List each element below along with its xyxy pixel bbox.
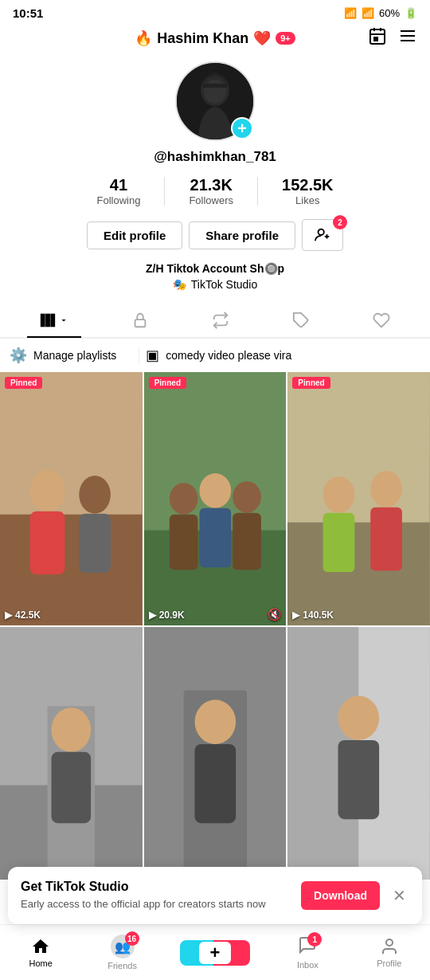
profile-label: Profile [377, 958, 401, 968]
signal-icon: 📶 [362, 7, 374, 19]
download-button[interactable]: Download [301, 881, 380, 910]
edit-profile-button[interactable]: Edit profile [87, 221, 182, 249]
action-row: Edit profile Share profile 2 [87, 219, 343, 251]
svg-rect-39 [371, 508, 403, 570]
playlist-row: ⚙️ Manage playlists ▣ comedy video pleas… [0, 339, 430, 372]
svg-rect-18 [135, 319, 145, 327]
banner-text: Get TikTok Studio Early access to the of… [21, 880, 291, 911]
studio-banner: Get TikTok Studio Early access to the of… [8, 867, 422, 924]
username-nav: Hashim Khan [157, 30, 248, 47]
manage-playlists-btn[interactable]: ⚙️ Manage playlists [10, 347, 132, 364]
svg-rect-16 [46, 315, 49, 327]
video-cell-1[interactable]: Pinned ▶ 42.5K [0, 372, 143, 625]
playlist-divider [139, 347, 139, 364]
stats-row: 41 Following 21.3K Followers 152.5K Like… [72, 176, 357, 206]
profile-nav-title: 🔥 Hashim Khan ❤️ 9+ [135, 29, 295, 47]
svg-rect-31 [199, 508, 231, 567]
pinned-badge-1: Pinned [5, 377, 42, 389]
svg-point-55 [386, 939, 393, 946]
manage-playlists-label: Manage playlists [33, 349, 116, 362]
tab-repost[interactable] [199, 304, 242, 337]
svg-point-48 [194, 700, 236, 744]
avatar-container: + [175, 61, 255, 141]
status-bar: 10:51 📶 📶 60% 🔋 [0, 0, 430, 23]
friends-avatar-wrap: 👥 16 [111, 935, 135, 958]
followers-label: Followers [189, 194, 233, 206]
svg-point-28 [169, 483, 197, 515]
tab-tagged[interactable] [280, 304, 322, 337]
nav-inbox[interactable]: 1 Inbox [283, 935, 331, 970]
svg-point-32 [233, 481, 261, 513]
svg-point-24 [79, 476, 111, 514]
studio-icon: 🎭 [173, 278, 186, 291]
svg-rect-25 [79, 514, 111, 573]
top-nav-icons [368, 26, 417, 50]
play-icon-2: ▶ [149, 610, 156, 621]
notification-badge[interactable]: 9+ [276, 32, 295, 45]
nav-friends[interactable]: 👥 16 Friends [99, 935, 147, 970]
video-cell-3[interactable]: Pinned ▶ 140.5K [287, 372, 430, 625]
stat-likes[interactable]: 152.5K Likes [258, 176, 358, 206]
follow-badge: 2 [333, 215, 347, 229]
bottom-nav: Home 👥 16 Friends + 1 Inbox [0, 924, 430, 980]
svg-rect-29 [169, 515, 197, 570]
svg-rect-17 [51, 315, 54, 327]
svg-point-36 [323, 476, 355, 513]
svg-rect-37 [323, 513, 355, 572]
svg-point-43 [52, 708, 92, 752]
following-value: 41 [110, 176, 127, 194]
svg-point-10 [204, 80, 226, 104]
inbox-badge: 1 [307, 932, 322, 947]
following-label: Following [96, 194, 140, 206]
playlist-video-icon: ▣ [146, 347, 159, 364]
fire-emoji: 🔥 [135, 29, 152, 47]
comedy-playlist-btn[interactable]: ▣ comedy video please vira [146, 347, 307, 364]
svg-rect-44 [52, 751, 92, 822]
video-cell-4[interactable] [0, 627, 143, 880]
svg-point-22 [30, 470, 65, 512]
wifi-icon: 📶 [344, 7, 357, 19]
video-grid: Pinned ▶ 42.5K Pinned ▶ 20.9K 🔇 [0, 372, 430, 880]
share-profile-button[interactable]: Share profile [189, 221, 295, 249]
nav-profile[interactable]: Profile [366, 937, 413, 968]
likes-label: Likes [295, 194, 319, 206]
menu-icon[interactable] [398, 26, 417, 50]
followers-value: 21.3K [190, 176, 233, 194]
banner-title: Get TikTok Studio [21, 880, 291, 894]
home-label: Home [29, 958, 53, 968]
tab-videos[interactable] [27, 304, 81, 338]
svg-point-53 [338, 696, 380, 740]
view-count-3: ▶ 140.5K [292, 610, 334, 621]
nav-create[interactable]: + [180, 940, 250, 966]
friends-badge: 16 [125, 931, 139, 946]
manage-playlists-icon: ⚙️ [10, 347, 27, 364]
svg-rect-23 [30, 512, 65, 574]
pinned-badge-2: Pinned [149, 377, 186, 389]
comedy-playlist-label: comedy video please vira [166, 349, 291, 362]
stat-followers[interactable]: 21.3K Followers [165, 176, 257, 206]
mute-icon-2: 🔇 [268, 608, 281, 621]
play-icon-3: ▶ [292, 610, 299, 621]
view-count-1: ▶ 42.5K [5, 610, 41, 621]
tab-liked[interactable] [360, 304, 403, 337]
video-cell-5[interactable] [144, 627, 287, 880]
video-cell-2[interactable]: Pinned ▶ 20.9K 🔇 [144, 372, 287, 625]
svg-point-12 [319, 229, 324, 235]
video-cell-6[interactable] [287, 627, 430, 880]
svg-rect-15 [41, 315, 44, 327]
banner-close-button[interactable]: ✕ [389, 883, 409, 908]
calendar-icon[interactable] [368, 26, 387, 50]
nav-home[interactable]: Home [17, 937, 64, 968]
profile-section: + @hashimkhan_781 41 Following 21.3K Fol… [0, 53, 430, 296]
battery-level: 60% [379, 7, 400, 19]
svg-rect-54 [338, 740, 380, 819]
stat-following[interactable]: 41 Following [72, 176, 164, 206]
pinned-badge-3: Pinned [292, 377, 330, 389]
likes-value: 152.5K [282, 176, 334, 194]
tab-private[interactable] [119, 304, 162, 337]
top-nav: 🔥 Hashim Khan ❤️ 9+ [0, 23, 430, 53]
add-follow-btn[interactable]: + [231, 117, 253, 139]
battery-icon: 🔋 [405, 7, 417, 19]
bio-line-2: 🎭 TikTok Studio [29, 278, 401, 291]
follow-friends-button[interactable]: 2 [302, 219, 343, 251]
